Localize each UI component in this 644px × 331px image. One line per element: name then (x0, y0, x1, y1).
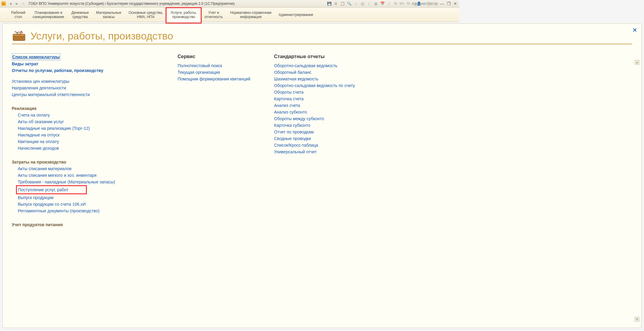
panel-header: Услуги, работы, производство (12, 30, 459, 44)
nav-link[interactable]: Анализ субконто (274, 109, 307, 115)
svg-rect-1 (13, 34, 25, 36)
nav-link[interactable]: Акты об оказании услуг (18, 118, 64, 125)
nav-tab-5[interactable]: Услуги, работы,производство (166, 8, 201, 22)
memory-m-minus[interactable]: M- (406, 1, 412, 6)
nav-link[interactable]: Карточка счета (274, 95, 304, 102)
column-main: Список номенклатурыВиды затратОтчеты по … (12, 53, 166, 236)
nav-link[interactable]: Требования - накладные (Материальные зап… (18, 179, 115, 185)
section-header: Реализация (12, 105, 166, 112)
nav-link[interactable]: Отчеты по услугам, работам, производству (12, 67, 103, 74)
nav-link[interactable]: Оборотно-сальдовая ведомость (274, 62, 337, 69)
nav-tab-1[interactable]: Планирование исанкционирование (29, 8, 68, 22)
nav-link[interactable]: Регламентные документы (производство) (18, 208, 99, 214)
print-icon[interactable]: 🖶 (333, 1, 339, 6)
nav-link[interactable]: Текущая организация (178, 69, 220, 76)
toolbox-icon (12, 30, 26, 42)
nav-link[interactable]: Выпуск продукции со счета 106.хИ (18, 201, 86, 208)
nav-link[interactable]: Оборотный баланс (274, 69, 311, 76)
nav-link[interactable]: Акты списания материалов (18, 165, 71, 172)
section-header: Учет продуктов питания (12, 221, 166, 228)
nav-link[interactable]: Полнотекстовый поиск (178, 62, 222, 69)
section-header: Сервис (178, 53, 262, 60)
nav-link[interactable]: Шахматная ведомость (274, 76, 318, 82)
nav-tab-6[interactable]: Учет иотчетность (201, 8, 226, 22)
window-close[interactable]: ✕ (453, 1, 458, 6)
main-panel: ✕ Услуги, работы, производство Список но… (2, 23, 459, 236)
doc-icon[interactable]: ▤ (360, 1, 365, 6)
nav-tab-0[interactable]: Рабочийстол (8, 8, 29, 22)
nav-link[interactable]: Список/Кросс-таблица (274, 142, 318, 148)
nav-link[interactable]: Установка цен номенклатуры (12, 78, 69, 85)
svg-point-3 (14, 31, 16, 33)
nav-link[interactable]: Обороты между субконто (274, 115, 324, 122)
nav-link[interactable]: Накладные на отпуск (18, 132, 60, 138)
nav-link[interactable]: Оборотно-сальдовая ведомость по счету (274, 82, 355, 89)
main-nav: РабочийстолПланирование исанкционировани… (0, 8, 459, 22)
nav-link[interactable]: Выпуск продукции (18, 194, 54, 201)
star-icon[interactable]: ☆ (353, 1, 358, 6)
nav-tab-3[interactable]: Материальныезапасы (93, 8, 125, 22)
window-minimize[interactable]: — (439, 1, 445, 6)
window-title: ГОБУ ВПО Университет искусств (Субсидия)… (29, 2, 235, 6)
column-reports: Стандартные отчетыОборотно-сальдовая вед… (274, 53, 365, 236)
current-user[interactable]: 👤 Администратор (419, 1, 425, 6)
section-header: Стандартные отчеты (274, 53, 365, 60)
nav-link[interactable]: Помощник формирования квитанций (178, 76, 250, 82)
window-maximize[interactable]: ❐ (446, 1, 451, 6)
nav-link[interactable]: Анализ счета (274, 102, 300, 109)
separator-icon: | (433, 1, 438, 6)
nav-link[interactable]: Список номенклатуры (12, 53, 60, 61)
window-titlebar: 1c ◄ ► ☆ ГОБУ ВПО Университет искусств (… (0, 0, 459, 8)
separator-icon: | (366, 1, 372, 6)
highlight-box: Поступление услуг, работ (16, 185, 87, 194)
nav-link[interactable]: Сводные проводки (274, 135, 311, 142)
content-columns: Список номенклатурыВиды затратОтчеты по … (12, 53, 459, 236)
nav-link[interactable]: Центры материальной ответственности (12, 91, 90, 98)
nav-link[interactable]: Накладные на реализацию (Торг-12) (18, 125, 90, 132)
nav-link[interactable]: Начисление доходов (18, 145, 59, 151)
section-header: Затраты на производство (12, 159, 166, 165)
nav-forward-icon[interactable]: ► (14, 1, 20, 6)
column-service: СервисПолнотекстовый поискТекущая органи… (178, 53, 262, 236)
memory-m-plus[interactable]: M+ (399, 1, 405, 6)
panel-title: Услуги, работы, производство (30, 30, 173, 42)
search-icon[interactable]: 🔍 (346, 1, 352, 6)
nav-link[interactable]: Универсальный отчет (274, 148, 317, 155)
nav-link[interactable]: Квитанции на оплату (18, 138, 59, 145)
app-logo-1c: 1c (1, 1, 6, 6)
nav-link[interactable]: Обороты счета (274, 89, 304, 95)
nav-link[interactable]: Виды затрат (12, 61, 38, 67)
nav-link[interactable]: Счета на оплату (18, 112, 50, 118)
calendar-icon[interactable]: 📅 (380, 1, 385, 6)
nav-tab-2[interactable]: Денежныесредства (68, 8, 93, 22)
nav-tab-4[interactable]: Основные средства,НМА, НПА (125, 8, 166, 22)
nav-link[interactable]: Отчет по проводкам (274, 129, 314, 135)
nav-link[interactable]: Направления деятельности (12, 85, 66, 91)
nav-link[interactable]: Акты списания мягкого и хоз. инвентаря (18, 172, 96, 179)
nav-link[interactable]: Поступление услуг, работ (18, 186, 68, 193)
nav-back-icon[interactable]: ◄ (8, 1, 13, 6)
save-icon[interactable]: 💾 (327, 1, 332, 6)
favorite-icon[interactable]: ☆ (21, 1, 26, 6)
memory-m[interactable]: M (393, 1, 398, 6)
nav-link[interactable]: Карточка субконто (274, 122, 311, 129)
toolbar-right: 💾 🖶 📋 🔍 ☆ ▤ | ▦ 📅 | M M+ M- | 👤 Админист… (327, 1, 458, 6)
clipboard-icon[interactable]: 📋 (340, 1, 345, 6)
nav-tab-8[interactable]: Администрирование (275, 8, 317, 22)
nav-tab-7[interactable]: Нормативно-справочнаяинформация (226, 8, 275, 22)
info-icon[interactable]: ⓘ (426, 1, 431, 6)
calc-icon[interactable]: ▦ (373, 1, 378, 6)
separator-icon: | (386, 1, 392, 6)
